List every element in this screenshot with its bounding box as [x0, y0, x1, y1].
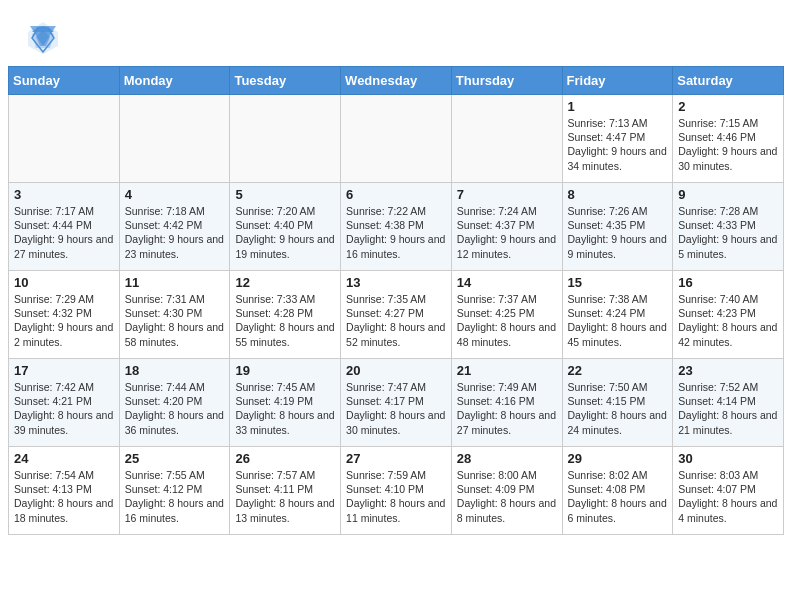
- day-number: 20: [346, 363, 446, 378]
- calendar-cell: 16Sunrise: 7:40 AMSunset: 4:23 PMDayligh…: [673, 271, 784, 359]
- calendar-cell: 19Sunrise: 7:45 AMSunset: 4:19 PMDayligh…: [230, 359, 341, 447]
- day-info: Sunrise: 8:00 AMSunset: 4:09 PMDaylight:…: [457, 468, 557, 525]
- day-info: Sunrise: 7:55 AMSunset: 4:12 PMDaylight:…: [125, 468, 225, 525]
- day-info: Sunrise: 7:47 AMSunset: 4:17 PMDaylight:…: [346, 380, 446, 437]
- day-info: Sunrise: 7:44 AMSunset: 4:20 PMDaylight:…: [125, 380, 225, 437]
- calendar-cell: 18Sunrise: 7:44 AMSunset: 4:20 PMDayligh…: [119, 359, 230, 447]
- day-info: Sunrise: 7:20 AMSunset: 4:40 PMDaylight:…: [235, 204, 335, 261]
- weekday-header-tuesday: Tuesday: [230, 67, 341, 95]
- day-info: Sunrise: 7:45 AMSunset: 4:19 PMDaylight:…: [235, 380, 335, 437]
- day-info: Sunrise: 7:54 AMSunset: 4:13 PMDaylight:…: [14, 468, 114, 525]
- calendar-week-2: 3Sunrise: 7:17 AMSunset: 4:44 PMDaylight…: [9, 183, 784, 271]
- calendar-cell: 4Sunrise: 7:18 AMSunset: 4:42 PMDaylight…: [119, 183, 230, 271]
- day-info: Sunrise: 7:17 AMSunset: 4:44 PMDaylight:…: [14, 204, 114, 261]
- weekday-header-saturday: Saturday: [673, 67, 784, 95]
- day-info: Sunrise: 7:13 AMSunset: 4:47 PMDaylight:…: [568, 116, 668, 173]
- day-number: 4: [125, 187, 225, 202]
- weekday-header-row: SundayMondayTuesdayWednesdayThursdayFrid…: [9, 67, 784, 95]
- calendar-cell: 23Sunrise: 7:52 AMSunset: 4:14 PMDayligh…: [673, 359, 784, 447]
- day-number: 13: [346, 275, 446, 290]
- day-number: 11: [125, 275, 225, 290]
- day-info: Sunrise: 8:03 AMSunset: 4:07 PMDaylight:…: [678, 468, 778, 525]
- calendar-cell: 21Sunrise: 7:49 AMSunset: 4:16 PMDayligh…: [451, 359, 562, 447]
- calendar-cell: 25Sunrise: 7:55 AMSunset: 4:12 PMDayligh…: [119, 447, 230, 535]
- day-info: Sunrise: 7:42 AMSunset: 4:21 PMDaylight:…: [14, 380, 114, 437]
- day-info: Sunrise: 8:02 AMSunset: 4:08 PMDaylight:…: [568, 468, 668, 525]
- day-number: 3: [14, 187, 114, 202]
- day-number: 12: [235, 275, 335, 290]
- day-info: Sunrise: 7:37 AMSunset: 4:25 PMDaylight:…: [457, 292, 557, 349]
- calendar-cell: 22Sunrise: 7:50 AMSunset: 4:15 PMDayligh…: [562, 359, 673, 447]
- calendar-cell: 15Sunrise: 7:38 AMSunset: 4:24 PMDayligh…: [562, 271, 673, 359]
- day-number: 1: [568, 99, 668, 114]
- day-info: Sunrise: 7:57 AMSunset: 4:11 PMDaylight:…: [235, 468, 335, 525]
- day-number: 7: [457, 187, 557, 202]
- day-info: Sunrise: 7:31 AMSunset: 4:30 PMDaylight:…: [125, 292, 225, 349]
- day-number: 21: [457, 363, 557, 378]
- weekday-header-wednesday: Wednesday: [341, 67, 452, 95]
- weekday-header-thursday: Thursday: [451, 67, 562, 95]
- weekday-header-friday: Friday: [562, 67, 673, 95]
- day-info: Sunrise: 7:18 AMSunset: 4:42 PMDaylight:…: [125, 204, 225, 261]
- day-number: 14: [457, 275, 557, 290]
- calendar-cell: 10Sunrise: 7:29 AMSunset: 4:32 PMDayligh…: [9, 271, 120, 359]
- calendar-week-5: 24Sunrise: 7:54 AMSunset: 4:13 PMDayligh…: [9, 447, 784, 535]
- day-number: 23: [678, 363, 778, 378]
- day-info: Sunrise: 7:50 AMSunset: 4:15 PMDaylight:…: [568, 380, 668, 437]
- logo: [24, 18, 66, 56]
- day-info: Sunrise: 7:26 AMSunset: 4:35 PMDaylight:…: [568, 204, 668, 261]
- weekday-header-sunday: Sunday: [9, 67, 120, 95]
- day-number: 6: [346, 187, 446, 202]
- day-number: 26: [235, 451, 335, 466]
- weekday-header-monday: Monday: [119, 67, 230, 95]
- day-number: 18: [125, 363, 225, 378]
- calendar-cell: 5Sunrise: 7:20 AMSunset: 4:40 PMDaylight…: [230, 183, 341, 271]
- day-number: 5: [235, 187, 335, 202]
- calendar-cell: 7Sunrise: 7:24 AMSunset: 4:37 PMDaylight…: [451, 183, 562, 271]
- calendar-week-4: 17Sunrise: 7:42 AMSunset: 4:21 PMDayligh…: [9, 359, 784, 447]
- page-header: [0, 0, 792, 66]
- calendar-cell: 8Sunrise: 7:26 AMSunset: 4:35 PMDaylight…: [562, 183, 673, 271]
- day-info: Sunrise: 7:40 AMSunset: 4:23 PMDaylight:…: [678, 292, 778, 349]
- day-info: Sunrise: 7:33 AMSunset: 4:28 PMDaylight:…: [235, 292, 335, 349]
- day-number: 27: [346, 451, 446, 466]
- calendar-cell: [341, 95, 452, 183]
- calendar-header: SundayMondayTuesdayWednesdayThursdayFrid…: [9, 67, 784, 95]
- calendar-cell: 27Sunrise: 7:59 AMSunset: 4:10 PMDayligh…: [341, 447, 452, 535]
- calendar-cell: 24Sunrise: 7:54 AMSunset: 4:13 PMDayligh…: [9, 447, 120, 535]
- day-info: Sunrise: 7:49 AMSunset: 4:16 PMDaylight:…: [457, 380, 557, 437]
- calendar-body: 1Sunrise: 7:13 AMSunset: 4:47 PMDaylight…: [9, 95, 784, 535]
- day-info: Sunrise: 7:38 AMSunset: 4:24 PMDaylight:…: [568, 292, 668, 349]
- day-number: 25: [125, 451, 225, 466]
- day-info: Sunrise: 7:29 AMSunset: 4:32 PMDaylight:…: [14, 292, 114, 349]
- calendar-cell: 13Sunrise: 7:35 AMSunset: 4:27 PMDayligh…: [341, 271, 452, 359]
- day-info: Sunrise: 7:59 AMSunset: 4:10 PMDaylight:…: [346, 468, 446, 525]
- calendar-cell: 29Sunrise: 8:02 AMSunset: 4:08 PMDayligh…: [562, 447, 673, 535]
- day-number: 2: [678, 99, 778, 114]
- calendar-cell: 12Sunrise: 7:33 AMSunset: 4:28 PMDayligh…: [230, 271, 341, 359]
- calendar-week-1: 1Sunrise: 7:13 AMSunset: 4:47 PMDaylight…: [9, 95, 784, 183]
- calendar-cell: [451, 95, 562, 183]
- day-number: 8: [568, 187, 668, 202]
- calendar-table: SundayMondayTuesdayWednesdayThursdayFrid…: [8, 66, 784, 535]
- day-info: Sunrise: 7:24 AMSunset: 4:37 PMDaylight:…: [457, 204, 557, 261]
- calendar-cell: 9Sunrise: 7:28 AMSunset: 4:33 PMDaylight…: [673, 183, 784, 271]
- day-info: Sunrise: 7:15 AMSunset: 4:46 PMDaylight:…: [678, 116, 778, 173]
- calendar-cell: 20Sunrise: 7:47 AMSunset: 4:17 PMDayligh…: [341, 359, 452, 447]
- day-number: 30: [678, 451, 778, 466]
- day-info: Sunrise: 7:22 AMSunset: 4:38 PMDaylight:…: [346, 204, 446, 261]
- calendar-cell: 30Sunrise: 8:03 AMSunset: 4:07 PMDayligh…: [673, 447, 784, 535]
- calendar-cell: 17Sunrise: 7:42 AMSunset: 4:21 PMDayligh…: [9, 359, 120, 447]
- day-number: 16: [678, 275, 778, 290]
- calendar-week-3: 10Sunrise: 7:29 AMSunset: 4:32 PMDayligh…: [9, 271, 784, 359]
- day-info: Sunrise: 7:28 AMSunset: 4:33 PMDaylight:…: [678, 204, 778, 261]
- day-number: 9: [678, 187, 778, 202]
- calendar-cell: [9, 95, 120, 183]
- day-number: 28: [457, 451, 557, 466]
- calendar-cell: 28Sunrise: 8:00 AMSunset: 4:09 PMDayligh…: [451, 447, 562, 535]
- calendar-cell: 1Sunrise: 7:13 AMSunset: 4:47 PMDaylight…: [562, 95, 673, 183]
- calendar-cell: 3Sunrise: 7:17 AMSunset: 4:44 PMDaylight…: [9, 183, 120, 271]
- day-number: 24: [14, 451, 114, 466]
- day-info: Sunrise: 7:35 AMSunset: 4:27 PMDaylight:…: [346, 292, 446, 349]
- day-number: 19: [235, 363, 335, 378]
